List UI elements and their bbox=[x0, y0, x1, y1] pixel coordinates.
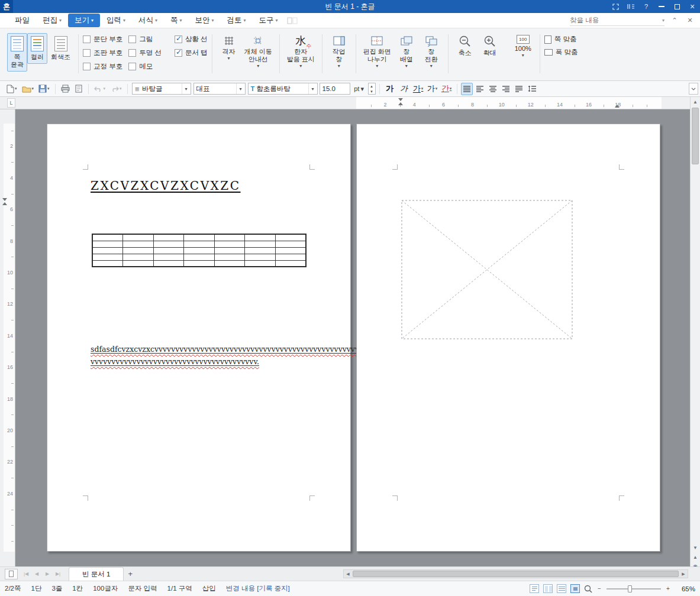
horizontal-ruler[interactable]: L 24681012141618 bbox=[0, 97, 700, 109]
task-pane-button[interactable]: 작업 창 ▾ bbox=[327, 33, 351, 70]
grayscale-view-button[interactable]: 회색조 bbox=[47, 33, 74, 64]
menu-review[interactable]: 검토▾ bbox=[221, 14, 253, 27]
preview-button[interactable] bbox=[73, 83, 85, 95]
slider-thumb[interactable] bbox=[628, 585, 632, 592]
checkbox-memo[interactable]: 메모 bbox=[128, 61, 162, 72]
scroll-up-button[interactable]: ▲ bbox=[691, 97, 700, 106]
align-left-button[interactable] bbox=[474, 83, 486, 95]
line-spacing-button[interactable] bbox=[526, 83, 538, 95]
dock-layout-icon[interactable] bbox=[623, 0, 638, 13]
top-margin-marker[interactable] bbox=[2, 198, 7, 205]
zoom-level[interactable]: 65% bbox=[675, 585, 695, 592]
fit-view-icon[interactable] bbox=[570, 584, 580, 593]
menu-page[interactable]: 쪽▾ bbox=[164, 14, 189, 27]
scroll-down-button[interactable]: ▼ bbox=[691, 543, 700, 552]
help-button[interactable]: ? bbox=[638, 0, 654, 13]
zoom-out-button[interactable]: 축소 bbox=[453, 33, 478, 59]
status-input-mode[interactable]: 문자 입력 bbox=[128, 584, 157, 593]
align-right-button[interactable] bbox=[500, 83, 512, 95]
print-button[interactable] bbox=[59, 83, 72, 95]
bold-button[interactable]: 가 bbox=[383, 83, 396, 95]
zoom-in-button[interactable]: 확대 bbox=[478, 33, 502, 59]
align-center-button[interactable] bbox=[487, 83, 499, 95]
right-margin-marker[interactable] bbox=[615, 105, 620, 108]
tab-type-selector[interactable]: L bbox=[7, 98, 15, 108]
align-justify-button[interactable] bbox=[461, 83, 473, 95]
maximize-button[interactable] bbox=[669, 0, 685, 13]
object-placeholder[interactable] bbox=[401, 200, 573, 339]
search-input[interactable] bbox=[570, 17, 662, 24]
single-page-view-icon[interactable] bbox=[530, 584, 539, 593]
zoom-slider[interactable] bbox=[607, 585, 661, 593]
document-table[interactable] bbox=[92, 234, 307, 267]
add-tab-button[interactable]: + bbox=[124, 569, 137, 578]
hanja-pronunciation-button[interactable]: 水수 한자 발음 표시 ▾ bbox=[284, 33, 318, 70]
object-guide-button[interactable]: 개체 이동 안내선 ▾ bbox=[241, 33, 275, 70]
zoom-plus-button[interactable]: + bbox=[665, 585, 671, 592]
status-insert-mode[interactable]: 삽입 bbox=[202, 584, 216, 593]
next-tab-button[interactable]: ▶ bbox=[43, 571, 52, 576]
style-type-combo[interactable]: 대표 ▾ bbox=[193, 83, 246, 95]
checkbox-document-tab[interactable]: 문서 탭 bbox=[175, 48, 208, 58]
text-effect-button[interactable]: 가▾ bbox=[426, 83, 439, 95]
menu-input[interactable]: 입력▾ bbox=[100, 14, 132, 27]
page-1[interactable]: ZXCVZXCVZXCVXZC sdfasdfcvzxcvzxcvvvvvvvv… bbox=[47, 124, 351, 552]
checkbox-paragraph-marks[interactable]: 문단 부호 bbox=[83, 34, 122, 44]
toolbar-expand-button[interactable] bbox=[689, 83, 698, 95]
menu-edit[interactable]: 편집▾ bbox=[36, 14, 68, 27]
menu-security[interactable]: 보안▾ bbox=[189, 14, 221, 27]
minimize-button[interactable] bbox=[654, 0, 669, 13]
track-changes-status[interactable]: 변경 내용 [기록 중지] bbox=[226, 584, 290, 593]
color-view-button[interactable]: 컬러 bbox=[27, 33, 47, 64]
window-arrange-button[interactable]: 창 배열 ▾ bbox=[394, 33, 419, 70]
document-tab[interactable]: 빈 문서 1 bbox=[69, 567, 124, 581]
fit-page-button[interactable]: 쪽 맞춤 bbox=[544, 35, 578, 44]
first-tab-button[interactable]: |◀ bbox=[21, 571, 31, 576]
align-distribute-button[interactable] bbox=[513, 83, 525, 95]
page-outline-button[interactable]: 쪽 윤곽 bbox=[7, 33, 27, 72]
fit-width-button[interactable]: 폭 맞춤 bbox=[544, 48, 578, 57]
indent-marker[interactable] bbox=[398, 98, 403, 105]
zoom-minus-button[interactable]: − bbox=[596, 585, 602, 592]
close-button[interactable]: × bbox=[685, 0, 700, 13]
scroll-left-button[interactable]: ◀ bbox=[344, 572, 352, 576]
ruler-band[interactable]: 24681012141618202224 bbox=[4, 124, 15, 552]
underline-button[interactable]: 가▾ bbox=[412, 83, 425, 95]
document-area[interactable]: ZXCVZXCVZXCVXZC sdfasdfcvzxcvzxcvvvvvvvv… bbox=[15, 109, 690, 566]
font-combo[interactable]: T 함초롬바탕 ▾ bbox=[248, 83, 318, 95]
split-view-button[interactable]: 편집 화면 나누기 ▾ bbox=[360, 33, 394, 70]
view-mode-button[interactable] bbox=[5, 569, 18, 579]
menu-format[interactable]: 서식▾ bbox=[132, 14, 164, 27]
font-size-stepper[interactable]: ▲▼ bbox=[368, 83, 376, 95]
checkbox-picture[interactable]: 그림 bbox=[128, 34, 162, 44]
undo-button[interactable]: ▾ bbox=[92, 83, 108, 95]
redo-button[interactable]: ▾ bbox=[108, 83, 124, 95]
size-unit-dropdown[interactable]: pt▾ bbox=[351, 83, 367, 95]
menu-file[interactable]: 파일 bbox=[8, 14, 36, 27]
checkbox-control-marks[interactable]: 조판 부호 bbox=[83, 48, 122, 58]
new-document-button[interactable]: ▾ bbox=[5, 83, 19, 95]
previous-page-button[interactable]: ▲ bbox=[691, 552, 700, 562]
close-document-button[interactable]: ✕ bbox=[685, 15, 695, 26]
window-switch-button[interactable]: 창 전환 ▾ bbox=[419, 33, 444, 70]
italic-button[interactable]: 가 bbox=[398, 83, 411, 95]
font-size-input[interactable]: 15.0 bbox=[320, 83, 350, 95]
facing-pages-view-icon[interactable] bbox=[543, 584, 553, 593]
text-view-icon[interactable] bbox=[557, 584, 566, 593]
previous-tab-button[interactable]: ◀ bbox=[32, 571, 41, 576]
scroll-right-button[interactable]: ▶ bbox=[679, 572, 688, 576]
last-tab-button[interactable]: ▶| bbox=[53, 571, 63, 576]
collapse-ribbon-button[interactable]: ⌃ bbox=[669, 15, 680, 26]
tab-view[interactable]: 보기▾ bbox=[68, 14, 100, 27]
style-combo[interactable]: ≣ 바탕글 ▾ bbox=[132, 83, 191, 95]
quick-menu-icon[interactable] bbox=[287, 17, 298, 25]
zoom-lens-icon[interactable] bbox=[584, 585, 592, 593]
menu-tools[interactable]: 도구▾ bbox=[253, 14, 285, 27]
scrollbar-thumb[interactable] bbox=[353, 571, 679, 577]
open-button[interactable]: ▾ bbox=[20, 83, 36, 95]
zoom-100-button[interactable]: 100 100% ▾ bbox=[511, 33, 536, 59]
scrollbar-thumb[interactable] bbox=[692, 108, 699, 164]
fullscreen-icon[interactable] bbox=[608, 0, 623, 13]
grid-button[interactable]: 격자 ▾ bbox=[217, 33, 241, 62]
vertical-scrollbar[interactable]: ▲ ▼ ▲ ◉ ▼ bbox=[690, 97, 700, 581]
